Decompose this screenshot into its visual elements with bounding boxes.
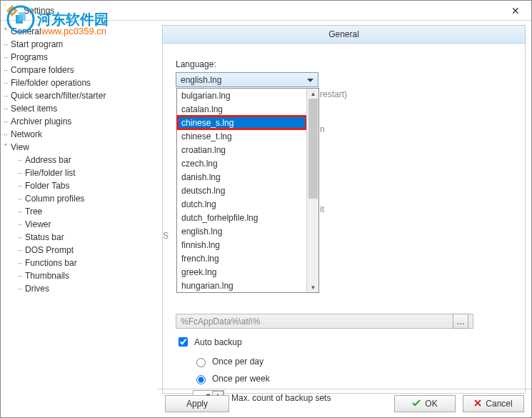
tree-item-general[interactable]: ˅General (4, 25, 155, 38)
language-option[interactable]: finnish.lng (177, 238, 306, 252)
auto-backup-checkbox[interactable]: Auto backup (176, 335, 331, 349)
browse-button[interactable]: … (453, 314, 468, 329)
language-option[interactable]: dutch_forhelpfile.lng (177, 211, 306, 224)
language-option[interactable]: chinese_s.lng (177, 116, 306, 129)
language-selected: english.lng (181, 75, 221, 85)
auto-backup-input[interactable] (179, 337, 188, 347)
language-option[interactable]: dutch.lng (177, 197, 306, 211)
language-option[interactable]: croatian.lng (177, 143, 306, 156)
tree-item-drives[interactable]: ··Drives (4, 282, 155, 295)
scrollbar-thumb[interactable] (308, 99, 318, 199)
language-option[interactable]: danish.lng (177, 170, 306, 184)
language-dropdown[interactable]: english.lng bulgarian.lngcatalan.lngchin… (176, 72, 318, 87)
language-option[interactable]: chinese_t.lng (177, 129, 306, 143)
language-option[interactable]: french.lng (177, 252, 306, 265)
tree-item-view[interactable]: ˅View (4, 141, 155, 154)
tree-item-thumbnails[interactable]: ··Thumbnails (4, 269, 155, 282)
language-label: Language: (176, 59, 512, 69)
language-option[interactable]: hungarian.lng (177, 279, 306, 292)
obscured-text: it (320, 204, 324, 214)
tree-item-select-items[interactable]: ··Select items (4, 102, 155, 115)
tree-item-quick-search[interactable]: ··Quick search/filter/starter (4, 89, 155, 102)
tree-item-file-folder-list[interactable]: ··File/folder list (4, 166, 155, 179)
tree-item-compare-folders[interactable]: ··Compare folders (4, 64, 155, 76)
radio-week-input[interactable] (196, 375, 206, 384)
language-option[interactable]: deutsch.lng (177, 184, 306, 197)
tree-item-network[interactable]: ··Network (4, 128, 155, 141)
tree-item-viewer[interactable]: ··Viewer (4, 218, 155, 231)
language-option[interactable]: catalan.lng (177, 102, 306, 116)
window-title: Settings (22, 6, 54, 16)
dropdown-scrollbar[interactable]: ▲ ▼ (306, 89, 318, 292)
settings-path-value: %FcAppData%\ati\% (181, 317, 260, 327)
tree-item-functions-bar[interactable]: ··Functions bar (4, 257, 155, 269)
radio-once-per-week[interactable]: Once per week (193, 373, 331, 384)
tree-item-column-profiles[interactable]: ··Column profiles (4, 192, 155, 205)
obscured-text: S (163, 231, 169, 241)
radio-once-per-day[interactable]: Once per day (193, 356, 331, 367)
obscured-text: restart) (320, 89, 347, 99)
tree-item-start-program[interactable]: ··Start program (4, 38, 155, 51)
tree-item-folder-tabs[interactable]: ··Folder Tabs (4, 179, 155, 192)
cancel-button[interactable]: Cancel (463, 395, 524, 412)
tree-item-tree[interactable]: ··Tree (4, 205, 155, 218)
language-option[interactable]: english.lng (177, 224, 306, 238)
title-bar: Settings ✕ (1, 1, 531, 21)
tree-item-archiver[interactable]: ··Archiver plugins (4, 115, 155, 128)
ok-button[interactable]: OK (394, 395, 456, 412)
tree-item-programs[interactable]: ··Programs (4, 51, 155, 64)
check-icon (412, 399, 421, 409)
apply-button[interactable]: Apply (165, 395, 229, 412)
auto-backup-label: Auto backup (194, 337, 242, 347)
x-icon (474, 399, 481, 409)
settings-icon (6, 5, 18, 16)
scroll-down-icon[interactable]: ▼ (307, 282, 319, 292)
panel-title: General (162, 25, 526, 44)
settings-tree: ˅General ··Start program ··Programs ··Co… (1, 21, 158, 417)
tree-item-address-bar[interactable]: ··Address bar (4, 154, 155, 166)
svg-point-2 (11, 9, 14, 12)
scroll-up-icon[interactable]: ▲ (307, 89, 319, 99)
radio-day-input[interactable] (196, 358, 206, 367)
close-button[interactable]: ✕ (500, 1, 531, 20)
tree-item-status-bar[interactable]: ··Status bar (4, 231, 155, 244)
language-option[interactable]: czech.lng (177, 156, 306, 170)
settings-path-field[interactable]: %FcAppData%\ati\% … (176, 314, 473, 329)
language-dropdown-list: bulgarian.lngcatalan.lngchinese_s.lngchi… (176, 88, 319, 293)
tree-item-file-folder-ops[interactable]: ··File/folder operations (4, 76, 155, 89)
obscured-text: n (320, 124, 325, 134)
language-option[interactable]: bulgarian.lng (177, 89, 306, 102)
language-option[interactable]: greek.lng (177, 265, 306, 279)
chevron-down-icon (304, 74, 316, 86)
button-bar: Apply OK Cancel (158, 389, 531, 417)
tree-item-dos-prompt[interactable]: ··DOS Prompt (4, 244, 155, 257)
